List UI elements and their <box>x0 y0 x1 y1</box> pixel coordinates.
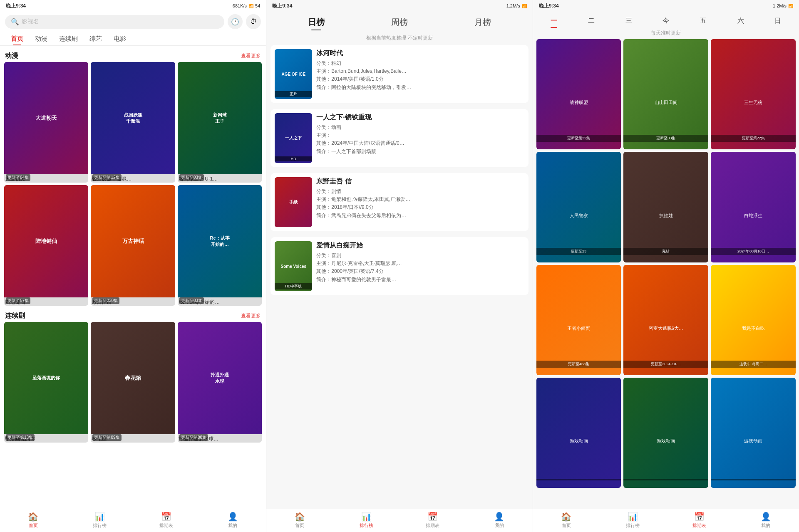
schedule-cover-9: 我是不白吃 <box>711 265 796 375</box>
time-1: 晚上9:34 <box>6 2 26 10</box>
day-tab-sat[interactable]: 六 <box>722 15 759 27</box>
home-icon-2: 🏠 <box>295 512 305 522</box>
cover-badge-4: HD中字版 <box>275 283 312 290</box>
rank-icon-2: 📊 <box>361 512 372 522</box>
rank-info-3: 东野圭吾 信 分类：剧情 主演：龟梨和也,佐藤隆太,本田翼,广濑爱… 其他：20… <box>316 177 524 220</box>
profile-icon: 👤 <box>228 512 238 522</box>
list-item[interactable]: 游戏动画 动画(2) <box>623 378 708 488</box>
cover-badge-1: 正片 <box>275 91 312 97</box>
network-speed-3: 1.2M/s <box>773 3 787 8</box>
list-item[interactable]: 一人之下 HD 一人之下·锈铁重现 分类：动画 主演： 其他：2024年/中国大… <box>270 109 528 167</box>
list-item[interactable]: 游戏动画 动画(3) <box>711 378 796 488</box>
card-badge: 更新至03集 <box>179 297 204 304</box>
bottom-nav-3-home[interactable]: 🏠 首页 <box>533 512 600 529</box>
card-badge: 更新至04集 <box>6 174 30 181</box>
list-item[interactable]: 抓娃娃 完结 抓娃娃 <box>623 152 708 262</box>
rank-meta-1: 分类：科幻 主演：Barton,Bund,Jules,Hartley,Baile… <box>316 59 524 92</box>
status-bar-3: 晚上9:34 1.2M/s 📶 <box>533 0 799 12</box>
schedule-badge-8: 更新至2024-10-… <box>623 361 708 368</box>
list-item[interactable]: 山山田田间 更新至03集 山山田田间 <box>623 39 708 149</box>
wifi-icon: 📶 <box>248 4 253 8</box>
list-item[interactable]: Some Voices HD中字版 爱情从白痴开始 分类：喜剧 主演：丹尼尔·克… <box>270 237 528 295</box>
schedule-cover-5: 抓娃娃 <box>623 152 708 262</box>
card-image: 万古神话 <box>91 185 175 297</box>
tab-anime[interactable]: 动漫 <box>29 32 53 45</box>
bottom-nav-2-schedule[interactable]: 📅 排期表 <box>400 512 466 529</box>
search-input-container[interactable]: 🔍 影视名 <box>5 15 224 29</box>
list-item[interactable]: 坠落画境的你 更新至第13集 坠落画境的你 <box>4 322 88 443</box>
list-item[interactable]: Re：从零开始的… 更新至03集 Re：从零开始的… <box>178 185 262 306</box>
list-item[interactable]: 手紙 东野圭吾 信 分类：剧情 主演：龟梨和也,佐藤隆太,本田翼,广濑爱… 其他… <box>270 173 528 231</box>
status-bar-1: 晚上9:34 681K/s 📶 54 <box>0 0 266 12</box>
status-bar-2: 晚上9:34 1.2M/s 📶 <box>266 0 532 12</box>
list-item[interactable]: 新网球王子 更新至03集 新网球王子 U-1… <box>178 62 262 183</box>
list-item[interactable]: 陆地键仙 更新至57集 陆地键仙 <box>4 185 88 306</box>
tab-daily[interactable]: 日榜 <box>275 17 358 30</box>
tab-drama[interactable]: 连续剧 <box>53 32 84 45</box>
list-item[interactable]: 白蛇浮生 2024年08月10日… 白蛇浮生 <box>711 152 796 262</box>
bottom-nav-3-rank[interactable]: 📊 排行榜 <box>599 512 666 529</box>
list-item[interactable]: 游戏动画 动画(1) <box>536 378 621 488</box>
history-icon-btn[interactable]: 🕐 <box>228 14 243 29</box>
schedule-badge-7: 更新至463集 <box>536 361 621 368</box>
list-item[interactable]: 春花焰 更新至第09集 春花焰 <box>91 322 175 443</box>
day-tab-mon[interactable]: 一 <box>536 15 573 27</box>
bottom-nav-profile-label: 我的 <box>228 522 237 529</box>
tab-weekly[interactable]: 周榜 <box>358 17 441 30</box>
bottom-nav-rank-label: 排行榜 <box>93 522 107 529</box>
bottom-nav-2-home[interactable]: 🏠 首页 <box>266 512 333 529</box>
list-item[interactable]: 人民警察 更新至23 人民警察 <box>536 152 621 262</box>
schedule-cover-3: 三生无殇 <box>711 39 796 149</box>
day-tab-sun[interactable]: 日 <box>759 15 797 27</box>
schedule-subtitle: 每天准时更新 <box>533 29 799 39</box>
list-item[interactable]: 我是不白吃 连载中 每周二… 我是不白吃 <box>711 265 796 375</box>
bottom-nav-3-schedule[interactable]: 📅 排期表 <box>666 512 732 529</box>
rank-cover-4: Some Voices HD中字版 <box>275 241 312 291</box>
rank-cover-2: 一人之下 HD <box>275 113 312 163</box>
list-item[interactable]: AGE OF ICE 正片 冰河时代 分类：科幻 主演：Barton,Bund,… <box>270 45 528 103</box>
schedule-cover-4: 人民警察 <box>536 152 621 262</box>
card-image: 坠落画境的你 <box>4 322 88 434</box>
bottom-nav-2-rank[interactable]: 📊 排行榜 <box>333 512 400 529</box>
card-image: 春花焰 <box>91 322 175 434</box>
rank-title-1: 冰河时代 <box>316 49 524 58</box>
tab-movie[interactable]: 电影 <box>108 32 132 45</box>
list-item[interactable]: 大道朝天 更新至04集 大道朝天 <box>4 62 88 183</box>
rank-header: 日榜 周榜 月榜 <box>266 12 532 33</box>
bottom-nav-home[interactable]: 🏠 首页 <box>0 512 67 529</box>
network-speed-2: 1.2M/s <box>506 3 520 8</box>
tab-home[interactable]: 首页 <box>5 32 29 45</box>
tab-variety[interactable]: 综艺 <box>84 32 108 45</box>
tab-monthly[interactable]: 月榜 <box>441 17 524 30</box>
drama-more-btn[interactable]: 查看更多 <box>241 312 261 319</box>
list-item[interactable]: 王者小卤蛋 更新至463集 王者小卤蛋 <box>536 265 621 375</box>
day-tab-today[interactable]: 今 <box>648 15 685 27</box>
bottom-nav-3-profile[interactable]: 👤 我的 <box>732 512 799 529</box>
panel-ranking: 晚上9:34 1.2M/s 📶 日榜 周榜 月榜 根据当前热度整理 不定时更新 … <box>266 0 533 532</box>
bottom-nav-1: 🏠 首页 📊 排行榜 📅 排期表 👤 我的 <box>0 509 266 532</box>
schedule-badge-9: 连载中 每周二… <box>711 361 796 368</box>
rank-info-4: 爱情从白痴开始 分类：喜剧 主演：丹尼尔·克雷格,大卫·莫瑞瑟,凯… 其他：20… <box>316 241 524 284</box>
list-item[interactable]: 战国妖狐千魔混 更新至第12集 战国妖狐千魔混… <box>91 62 175 183</box>
anime-more-btn[interactable]: 查看更多 <box>241 52 261 59</box>
clock-icon-btn[interactable]: ⏱ <box>246 14 261 29</box>
bottom-nav-2-profile[interactable]: 👤 我的 <box>466 512 533 529</box>
bottom-nav-3-rank-label: 排行榜 <box>626 522 640 529</box>
day-tab-fri[interactable]: 五 <box>685 15 722 27</box>
card-badge: 更新至第13集 <box>6 434 35 441</box>
schedule-badge-12 <box>711 479 796 480</box>
list-item[interactable]: 万古神话 更新至230集 万古神话 <box>91 185 175 306</box>
cover-image-3: 手紙 <box>275 177 312 227</box>
day-tab-tue[interactable]: 二 <box>573 15 610 27</box>
bottom-nav-3-profile-label: 我的 <box>761 522 770 529</box>
bottom-nav-profile[interactable]: 👤 我的 <box>199 512 266 529</box>
list-item[interactable]: 扑通扑通水球 更新至第08集 扑通扑通的水球… <box>178 322 262 443</box>
list-item[interactable]: 三生无殇 更新至第22集 三生无殇 <box>711 39 796 149</box>
list-item[interactable]: 战神联盟 更新至第22集 战神联盟 <box>536 39 621 149</box>
list-item[interactable]: 密室大逃脱6大… 更新至2024-10-… 密室大逃脱6大… <box>623 265 708 375</box>
search-bar: 🔍 影视名 🕐 ⏱ <box>0 12 266 32</box>
bottom-nav-rank[interactable]: 📊 排行榜 <box>67 512 133 529</box>
bottom-nav-schedule[interactable]: 📅 排期表 <box>133 512 200 529</box>
day-tab-wed[interactable]: 三 <box>610 15 648 27</box>
schedule-grid: 战神联盟 更新至第22集 战神联盟 山山田田间 更新至03集 山山田田间 三生无… <box>533 39 799 488</box>
